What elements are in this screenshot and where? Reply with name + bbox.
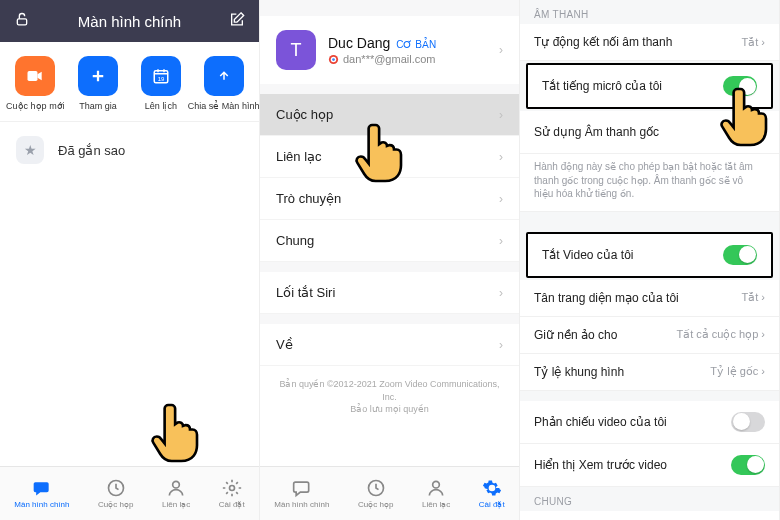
toggle-mirror[interactable] (731, 412, 765, 432)
tabbar: Màn hình chính Cuộc họp Liên lạc Cài đặt (260, 466, 519, 520)
action-row: Cuộc họp mới Tham gia 19 Lên lịch Chia s… (0, 42, 259, 122)
svg-rect-0 (17, 19, 26, 25)
row-mirror[interactable]: Phản chiếu video của tôi (520, 401, 779, 444)
settings-contacts[interactable]: Liên lạc› (260, 136, 519, 178)
new-meeting-button[interactable]: Cuộc họp mới (5, 56, 65, 111)
profile-email: dan***@gmail.com (328, 53, 487, 65)
edit-icon[interactable] (229, 12, 245, 31)
row-video-off[interactable]: Tắt Video của tôi (526, 232, 773, 278)
copyright: Bản quyền ©2012-2021 Zoom Video Communic… (260, 366, 519, 428)
settings-about[interactable]: Về› (260, 324, 519, 366)
tab-home[interactable]: Màn hình chính (14, 478, 69, 509)
svg-point-8 (332, 58, 335, 61)
tab-contacts[interactable]: Liên lạc (162, 478, 190, 509)
join-button[interactable]: Tham gia (68, 56, 128, 111)
row-original-sound[interactable]: Sử dụng Âm thanh gốc (520, 111, 779, 154)
orig-sound-desc: Hành động này sẽ cho phép bạn bật hoặc t… (520, 154, 779, 212)
row-always-controls[interactable]: Luôn hiện các nút điều khiển cuộc họp (520, 511, 779, 521)
toggle-mute-mic[interactable] (723, 76, 757, 96)
profile-row[interactable]: T Duc DangCƠ BẢN dan***@gmail.com › (260, 16, 519, 84)
chevron-right-icon: › (499, 108, 503, 122)
star-icon: ★ (16, 136, 44, 164)
starred-row[interactable]: ★ Đã gắn sao (0, 122, 259, 178)
avatar: T (276, 30, 316, 70)
svg-point-5 (173, 481, 180, 488)
toggle-orig-sound[interactable] (731, 122, 765, 142)
svg-rect-1 (28, 71, 38, 81)
chevron-right-icon: › (499, 338, 503, 352)
tab-settings[interactable]: Cài đặt (219, 478, 245, 509)
lock-icon (14, 12, 30, 31)
row-aspect[interactable]: Tỷ lệ khung hìnhTỷ lệ gốc › (520, 354, 779, 391)
section-general: CHUNG (520, 487, 779, 511)
tab-contacts[interactable]: Liên lạc (422, 478, 450, 509)
row-mute-mic[interactable]: Tắt tiếng micrô của tôi (526, 63, 773, 109)
toggle-video-off[interactable] (723, 245, 757, 265)
svg-text:19: 19 (158, 76, 165, 82)
row-keep-bg[interactable]: Giữ nền ảo choTất cả cuộc họp › (520, 317, 779, 354)
tab-meetings[interactable]: Cuộc họp (98, 478, 133, 509)
tabbar: Màn hình chính Cuộc họp Liên lạc Cài đặt (0, 466, 259, 520)
chevron-right-icon: › (499, 150, 503, 164)
svg-point-10 (433, 481, 440, 488)
row-auto-audio[interactable]: Tự động kết nối âm thanhTắt › (520, 24, 779, 61)
section-audio: ÂM THANH (520, 0, 779, 24)
row-preview[interactable]: Hiển thị Xem trước video (520, 444, 779, 487)
schedule-button[interactable]: 19 Lên lịch (131, 56, 191, 111)
settings-chat[interactable]: Trò chuyện› (260, 178, 519, 220)
row-touch-up[interactable]: Tân trang diện mạo của tôiTắt › (520, 280, 779, 317)
chevron-right-icon: › (499, 234, 503, 248)
chevron-right-icon: › (499, 286, 503, 300)
tab-meetings[interactable]: Cuộc họp (358, 478, 393, 509)
svg-point-6 (229, 486, 234, 491)
chevron-right-icon: › (499, 192, 503, 206)
settings-siri[interactable]: Lối tắt Siri› (260, 272, 519, 314)
settings-general[interactable]: Chung› (260, 220, 519, 262)
chevron-right-icon: › (499, 43, 503, 57)
toggle-preview[interactable] (731, 455, 765, 475)
share-screen-button[interactable]: Chia sẻ Màn hình (194, 56, 254, 111)
page-title: Màn hình chính (78, 13, 181, 30)
header: Màn hình chính (0, 0, 259, 42)
tab-home[interactable]: Màn hình chính (274, 478, 329, 509)
settings-meetings[interactable]: Cuộc họp› (260, 94, 519, 136)
plan-badge: CƠ BẢN (396, 39, 436, 50)
tab-settings[interactable]: Cài đặt (479, 478, 505, 509)
